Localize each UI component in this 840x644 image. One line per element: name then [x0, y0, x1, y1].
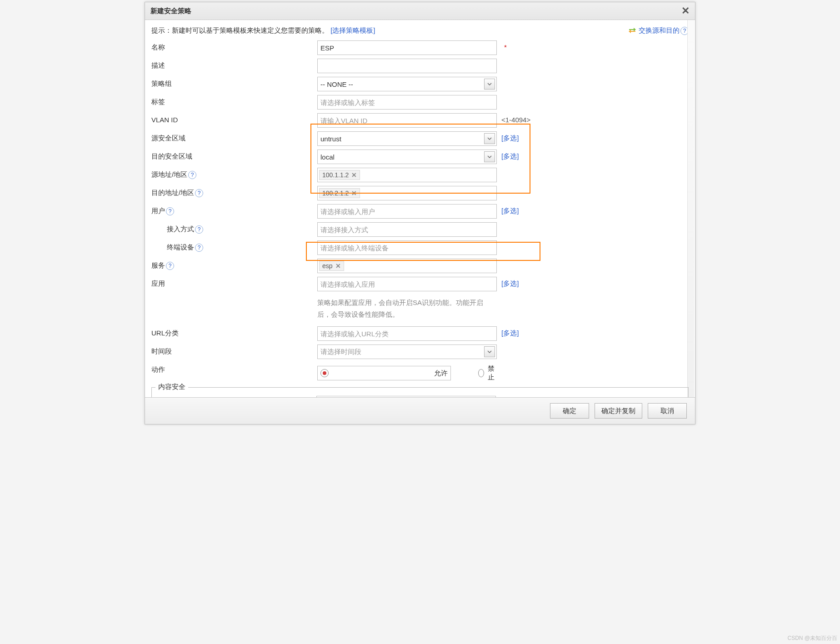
chevron-down-icon: [484, 151, 495, 162]
hint-prefix: 提示：: [151, 26, 172, 34]
src-zone-value: untrust: [320, 135, 484, 143]
dst-zone-select[interactable]: local: [317, 150, 497, 164]
src-addr-input[interactable]: 100.1.1.2✕: [317, 168, 497, 182]
url-cat-input[interactable]: [317, 326, 497, 341]
vlan-input[interactable]: [317, 113, 497, 128]
dst-addr-tag[interactable]: 100.2.1.2✕: [319, 188, 360, 198]
dialog-title: 新建安全策略: [150, 7, 191, 15]
dst-addr-input[interactable]: 100.2.1.2✕: [317, 186, 497, 200]
close-icon[interactable]: ✕: [681, 6, 690, 16]
label-app: 应用: [151, 277, 317, 288]
src-zone-select[interactable]: untrust: [317, 131, 497, 146]
hint-text: 新建时可以基于策略模板来快速定义您需要的策略。: [172, 26, 329, 34]
tag-remove-icon[interactable]: ✕: [351, 190, 357, 197]
label-desc: 描述: [151, 59, 317, 70]
help-icon[interactable]: ?: [188, 171, 196, 179]
label-action: 动作: [151, 363, 317, 374]
action-allow-radio[interactable]: 允许: [317, 366, 451, 380]
choose-template-link[interactable]: [选择策略模板]: [330, 26, 375, 34]
swap-src-dst-link[interactable]: 交换源和目的: [639, 26, 680, 34]
content-security-section: 内容安全 反病毒 -- NONE -- [配置] 入侵防御 -- NONE --: [151, 387, 689, 397]
label-user: 用户?: [151, 204, 317, 215]
action-deny-radio[interactable]: 禁止: [478, 364, 497, 382]
label-time: 时间段: [151, 344, 317, 356]
content-security-legend: 内容安全: [155, 383, 188, 391]
time-placeholder: 请选择时间段: [320, 348, 484, 356]
dialog-new-security-policy: 新建安全策略 ✕ 交换源和目的? 提示：新建时可以基于策略模板来快速定义您需要的…: [145, 2, 695, 424]
required-mark: *: [501, 43, 507, 51]
label-src-zone: 源安全区域: [151, 131, 317, 143]
chevron-down-icon: [484, 346, 495, 357]
label-group: 策略组: [151, 77, 317, 88]
label-access: 接入方式?: [151, 222, 317, 234]
url-multi-link[interactable]: [多选]: [501, 329, 519, 337]
swap-icon: [629, 27, 636, 35]
name-input[interactable]: [317, 40, 497, 55]
desc-input[interactable]: [317, 59, 497, 73]
tag-remove-icon[interactable]: ✕: [351, 171, 357, 179]
label-dst-addr: 目的地址/地区?: [151, 186, 317, 197]
label-tags: 标签: [151, 95, 317, 106]
terminal-input[interactable]: [317, 240, 497, 255]
chevron-down-icon: [484, 79, 495, 90]
help-icon[interactable]: ?: [195, 189, 203, 197]
help-icon[interactable]: ?: [166, 262, 174, 270]
src-addr-tag[interactable]: 100.1.1.2✕: [319, 170, 360, 180]
help-icon[interactable]: ?: [195, 244, 203, 252]
scrollbar[interactable]: [687, 20, 694, 397]
dialog-titlebar: 新建安全策略 ✕: [145, 2, 695, 20]
dst-zone-value: local: [320, 153, 484, 161]
cancel-button[interactable]: 取消: [648, 403, 687, 419]
src-zone-multi-link[interactable]: [多选]: [501, 134, 519, 142]
app-input[interactable]: [317, 277, 497, 291]
antivirus-select[interactable]: -- NONE --: [316, 396, 496, 397]
group-select[interactable]: -- NONE --: [317, 77, 497, 91]
group-value: -- NONE --: [320, 80, 484, 88]
help-icon[interactable]: ?: [166, 207, 174, 215]
dst-zone-multi-link[interactable]: [多选]: [501, 152, 519, 160]
dialog-body: 交换源和目的? 提示：新建时可以基于策略模板来快速定义您需要的策略。 [选择策略…: [145, 20, 695, 397]
tag-remove-icon[interactable]: ✕: [335, 262, 341, 270]
label-antivirus: 反病毒: [157, 396, 316, 397]
label-url-cat: URL分类: [151, 326, 317, 338]
tags-input[interactable]: [317, 95, 497, 110]
label-terminal: 终端设备?: [151, 240, 317, 252]
app-multi-link[interactable]: [多选]: [501, 280, 519, 287]
label-src-addr: 源地址/地区?: [151, 168, 317, 179]
label-dst-zone: 目的安全区域: [151, 150, 317, 161]
ok-button[interactable]: 确定: [550, 403, 589, 419]
access-input[interactable]: [317, 222, 497, 237]
service-input[interactable]: esp✕: [317, 259, 497, 273]
ok-copy-button[interactable]: 确定并复制: [595, 403, 642, 419]
hint-row: 交换源和目的? 提示：新建时可以基于策略模板来快速定义您需要的策略。 [选择策略…: [151, 24, 689, 40]
help-icon[interactable]: ?: [195, 225, 203, 234]
label-name: 名称: [151, 40, 317, 52]
user-multi-link[interactable]: [多选]: [501, 207, 519, 215]
app-note: 策略如果配置应用，会自动开启SA识别功能。功能开启后，会导致设备性能降低。: [317, 295, 495, 324]
label-service: 服务?: [151, 259, 317, 270]
service-tag[interactable]: esp✕: [319, 261, 344, 271]
dialog-footer: 确定 确定并复制 取消: [145, 397, 695, 424]
label-vlan: VLAN ID: [151, 113, 317, 124]
time-select[interactable]: 请选择时间段: [317, 344, 497, 359]
vlan-range-hint: <1-4094>: [497, 113, 530, 124]
user-input[interactable]: [317, 204, 497, 219]
chevron-down-icon: [484, 133, 495, 144]
